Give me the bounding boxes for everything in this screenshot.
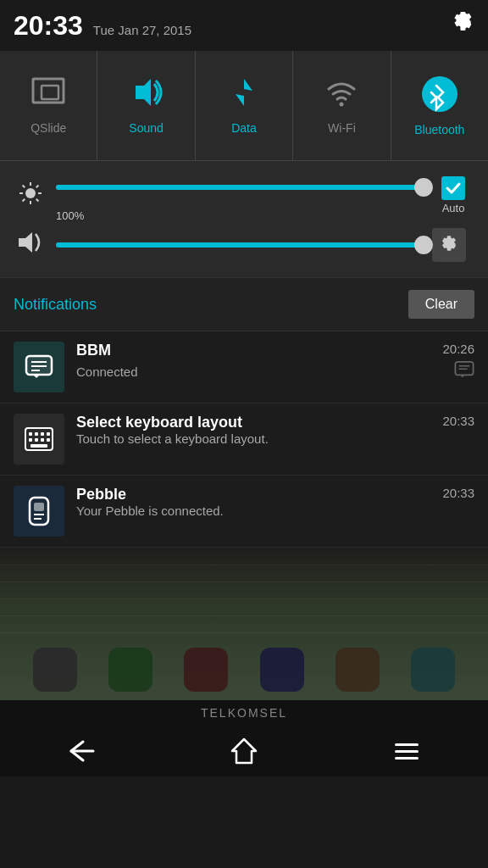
bbm-icon [25, 353, 53, 381]
svg-line-13 [36, 185, 39, 187]
brightness-value: 100% [56, 209, 84, 222]
svg-line-11 [23, 185, 25, 187]
keyboard-app-name: Select keyboard layout [76, 414, 242, 431]
settings-icon[interactable] [452, 12, 474, 39]
home-button[interactable] [223, 730, 265, 772]
pebble-icon-box [14, 486, 64, 537]
notification-keyboard[interactable]: Select keyboard layout 20:33 Touch to se… [0, 403, 488, 476]
carrier-name: TELKOMSEL [201, 706, 287, 720]
brightness-slider-row: 100% Auto [14, 170, 474, 221]
status-bar: 20:33 Tue Jan 27, 2015 [0, 0, 488, 51]
notification-pebble[interactable]: Pebble 20:33 Your Pebble is connected. [0, 476, 488, 548]
qs-qslide[interactable]: QSlide [0, 51, 97, 160]
brightness-icon [14, 181, 47, 210]
bbm-app-name: BBM [76, 342, 111, 359]
volume-track[interactable] [56, 242, 424, 248]
pebble-content: Pebble 20:33 Your Pebble is connected. [76, 486, 474, 519]
pebble-app-name: Pebble [76, 486, 126, 504]
qslide-icon [31, 77, 65, 114]
auto-label: Auto [442, 202, 465, 214]
data-label: Data [231, 121, 257, 135]
volume-icon [14, 231, 47, 259]
notifications-header: Notifications Clear [0, 278, 488, 331]
keyboard-icon [24, 426, 54, 452]
svg-rect-28 [41, 432, 44, 436]
notifications-title: Notifications [14, 296, 97, 314]
volume-settings[interactable] [432, 228, 474, 262]
dock-app-2[interactable] [108, 648, 152, 692]
volume-gear-icon[interactable] [432, 228, 466, 262]
volume-slider-row [14, 221, 474, 269]
sound-icon [130, 77, 163, 114]
keyboard-message: Touch to select a keyboard layout. [76, 431, 269, 446]
qs-wifi[interactable]: Wi-Fi [293, 51, 391, 160]
svg-point-4 [340, 102, 344, 106]
pebble-icon [26, 496, 52, 526]
svg-line-14 [23, 198, 25, 201]
svg-rect-34 [30, 444, 47, 448]
notification-bbm[interactable]: BBM 20:26 Connected [0, 331, 488, 403]
menu-button[interactable] [385, 730, 428, 772]
bbm-time: 20:26 [442, 342, 474, 356]
quick-settings-bar: QSlide Sound Data [0, 51, 488, 161]
svg-rect-30 [29, 438, 32, 442]
svg-rect-32 [41, 438, 44, 442]
volume-thumb[interactable] [414, 236, 433, 254]
keyboard-content: Select keyboard layout 20:33 Touch to se… [76, 414, 474, 447]
svg-rect-31 [35, 438, 38, 442]
qs-sound[interactable]: Sound [97, 51, 195, 160]
carrier-bar: TELKOMSEL [0, 700, 488, 726]
back-button[interactable] [60, 730, 103, 772]
bbm-message: Connected [76, 364, 138, 379]
svg-line-12 [36, 198, 39, 201]
pebble-message: Your Pebble is connected. [76, 504, 224, 518]
bbm-top-row: BBM 20:26 [76, 342, 474, 359]
keyboard-time: 20:33 [442, 414, 474, 428]
brightness-thumb[interactable] [414, 178, 433, 197]
svg-rect-27 [35, 432, 38, 436]
bbm-icon-box [14, 342, 64, 392]
sound-label: Sound [129, 121, 163, 135]
brightness-track[interactable] [56, 185, 424, 190]
bbm-content: BBM 20:26 Connected [76, 342, 474, 380]
qslide-label: QSlide [30, 121, 66, 135]
dock-app-6[interactable] [411, 648, 455, 692]
date-display: Tue Jan 27, 2015 [93, 23, 191, 37]
auto-checkbox[interactable] [441, 176, 465, 200]
volume-fill [56, 242, 424, 248]
status-left: 20:33 Tue Jan 27, 2015 [14, 10, 191, 42]
dock-app-5[interactable] [336, 648, 380, 692]
svg-rect-33 [47, 438, 50, 442]
qs-data[interactable]: Data [196, 51, 293, 160]
pebble-top-row: Pebble 20:33 [76, 486, 474, 504]
pebble-time: 20:33 [442, 486, 474, 500]
clear-button[interactable]: Clear [408, 290, 474, 319]
wifi-label: Wi-Fi [328, 121, 356, 135]
bluetooth-label: Bluetooth [414, 123, 464, 136]
svg-point-6 [25, 188, 36, 198]
keyboard-icon-box [14, 414, 64, 465]
qs-bluetooth[interactable]: Bluetooth [391, 51, 488, 160]
dock-app-4[interactable] [260, 648, 304, 692]
svg-rect-21 [455, 362, 473, 376]
dock-app-3[interactable] [184, 648, 228, 692]
keyboard-top-row: Select keyboard layout 20:33 [76, 414, 474, 431]
svg-rect-29 [47, 432, 50, 436]
svg-marker-24 [460, 375, 465, 377]
brightness-auto[interactable]: Auto [432, 176, 474, 214]
brightness-fill [56, 185, 424, 190]
svg-marker-3 [236, 79, 252, 106]
data-icon [229, 77, 259, 114]
wifi-icon [325, 77, 358, 114]
dock-app-1[interactable] [33, 648, 77, 692]
volume-track-container[interactable] [56, 242, 424, 248]
svg-rect-1 [42, 86, 58, 99]
nav-bar [0, 726, 488, 776]
svg-rect-36 [34, 503, 44, 511]
wallpaper-area [0, 548, 488, 700]
sliders-section: 100% Auto [0, 161, 488, 278]
bbm-sub-icon [454, 359, 474, 380]
menu-lines-icon [395, 743, 419, 760]
svg-marker-2 [136, 79, 151, 106]
svg-rect-26 [29, 432, 32, 436]
